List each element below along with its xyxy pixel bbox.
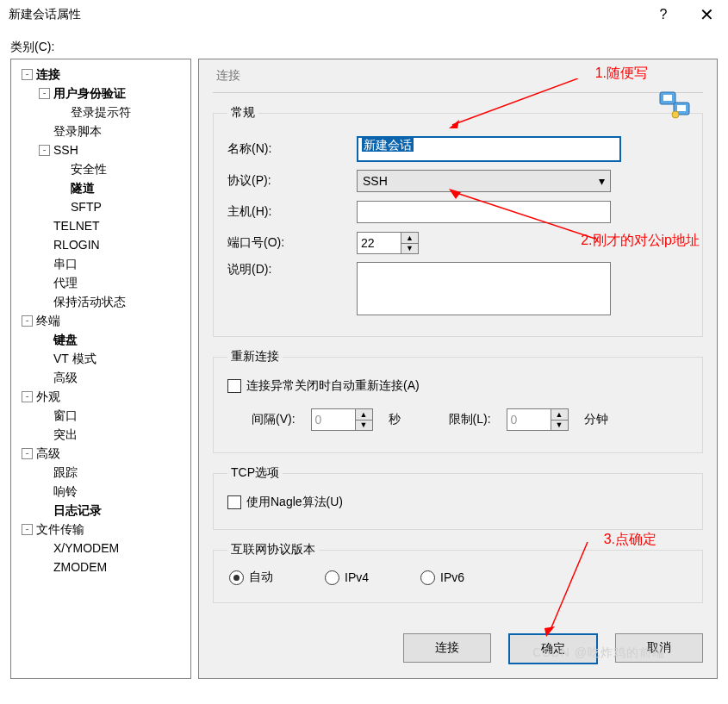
radio-auto[interactable]: 自动	[229, 570, 273, 585]
tree-item-label: 高级	[36, 444, 60, 463]
tcp-group: TCP选项 使用Nagle算法(U)	[213, 465, 703, 530]
tree-item[interactable]: ZMODEM	[15, 558, 187, 576]
category-label: 类别(C):	[0, 29, 728, 59]
tree-item-label: TELNET	[53, 216, 100, 235]
ipversion-legend: 互联网协议版本	[227, 542, 319, 558]
nagle-checkbox[interactable]	[227, 495, 241, 509]
tree-item-label: 突出	[53, 425, 78, 444]
tree-item-label: VT 模式	[53, 349, 96, 368]
radio-ipv6[interactable]: IPv6	[420, 570, 464, 585]
tree-item[interactable]: 登录脚本	[15, 121, 187, 140]
desc-label: 说明(D):	[227, 262, 357, 277]
tree-item[interactable]: 日志记录	[15, 501, 187, 520]
collapse-icon[interactable]: -	[22, 448, 33, 459]
tree-item[interactable]: -终端	[15, 311, 187, 330]
title-bar: 新建会话属性 ? ✕	[0, 0, 728, 29]
tree-item[interactable]: X/YMODEM	[15, 539, 187, 558]
help-button[interactable]: ?	[642, 0, 685, 29]
tree-item[interactable]: -文件传输	[15, 520, 187, 539]
tree-item[interactable]: -外观	[15, 387, 187, 406]
radio-ipv4[interactable]: IPv4	[325, 570, 369, 585]
host-label: 主机(H):	[227, 204, 357, 220]
tree-item[interactable]: -SSH	[15, 140, 187, 159]
tree-item-label: 连接	[36, 65, 60, 84]
tree-item-label: 键盘	[53, 330, 78, 349]
desc-textarea[interactable]	[357, 262, 611, 315]
tree-item-label: ZMODEM	[53, 558, 107, 576]
tree-item-label: 登录脚本	[53, 121, 102, 140]
limit-spinner: ▲▼	[507, 408, 569, 431]
interval-spinner: ▲▼	[311, 408, 373, 431]
seconds-label: 秒	[389, 412, 401, 427]
tree-item-label: RLOGIN	[53, 235, 100, 254]
tree-item[interactable]: 响铃	[15, 482, 187, 501]
svg-rect-3	[677, 105, 686, 111]
limit-label: 限制(L):	[449, 412, 491, 427]
svg-point-4	[672, 111, 679, 118]
general-legend: 常规	[227, 105, 258, 121]
collapse-icon[interactable]: -	[22, 524, 33, 535]
tree-item-label: X/YMODEM	[53, 539, 119, 558]
tree-item[interactable]: 串口	[15, 254, 187, 273]
general-group: 常规 名称(N): 新建会话 协议(P): SSH ▾ 主机(H): 端口号(O	[213, 105, 703, 337]
tree-item-label: 用户身份验证	[53, 84, 126, 103]
tree-item-label: 保持活动状态	[53, 292, 126, 311]
settings-pane: 连接 常规 名称(N): 新建会话 协议(P):	[198, 59, 718, 679]
tree-item[interactable]: RLOGIN	[15, 235, 187, 254]
tree-item[interactable]: -高级	[15, 444, 187, 463]
tree-item-label: SFTP	[71, 197, 102, 216]
tree-item[interactable]: 保持活动状态	[15, 292, 187, 311]
protocol-select[interactable]: SSH ▾	[357, 170, 611, 192]
collapse-icon[interactable]: -	[22, 391, 33, 402]
tree-item[interactable]: 登录提示符	[15, 103, 187, 121]
collapse-icon[interactable]: -	[22, 315, 33, 327]
tree-item[interactable]: -连接	[15, 65, 187, 84]
tree-item-label: 代理	[53, 273, 78, 292]
protocol-label: 协议(P):	[227, 173, 357, 189]
spin-down-icon[interactable]: ▼	[401, 244, 418, 254]
tree-item[interactable]: 突出	[15, 425, 187, 444]
reconnect-legend: 重新连接	[227, 349, 283, 364]
nagle-checkbox-label: 使用Nagle算法(U)	[246, 495, 343, 510]
connect-button[interactable]: 连接	[403, 633, 491, 663]
category-tree[interactable]: -连接-用户身份验证登录提示符登录脚本-SSH安全性隧道SFTPTELNETRL…	[10, 59, 191, 679]
tree-item[interactable]: TELNET	[15, 216, 187, 235]
tree-item[interactable]: 隧道	[15, 178, 187, 197]
collapse-icon[interactable]: -	[39, 145, 50, 156]
tree-item[interactable]: 窗口	[15, 406, 187, 425]
tree-item-label: 外观	[36, 387, 60, 406]
cancel-button[interactable]: 取消	[615, 633, 703, 663]
collapse-icon[interactable]: -	[39, 88, 50, 99]
tree-item[interactable]: SFTP	[15, 197, 187, 216]
svg-rect-1	[663, 95, 672, 101]
name-label: 名称(N):	[227, 141, 357, 157]
name-input[interactable]: 新建会话	[357, 136, 621, 162]
tree-item[interactable]: 代理	[15, 273, 187, 292]
tcp-legend: TCP选项	[227, 465, 283, 481]
tree-item[interactable]: -用户身份验证	[15, 84, 187, 103]
chevron-down-icon: ▾	[599, 174, 605, 188]
tree-item-label: 高级	[53, 368, 78, 387]
tree-item-label: SSH	[53, 140, 78, 159]
tree-item[interactable]: 安全性	[15, 159, 187, 178]
tree-item[interactable]: 键盘	[15, 330, 187, 349]
reconnect-group: 重新连接 连接异常关闭时自动重新连接(A) 间隔(V): ▲▼ 秒 限制(L):…	[213, 349, 703, 453]
tree-item[interactable]: VT 模式	[15, 349, 187, 368]
port-spinner[interactable]: ▲ ▼	[357, 232, 419, 254]
tree-item-label: 响铃	[53, 482, 78, 501]
page-heading: 连接	[213, 66, 703, 93]
port-label: 端口号(O):	[227, 235, 357, 251]
tree-item[interactable]: 高级	[15, 368, 187, 387]
close-button[interactable]: ✕	[685, 0, 728, 29]
tree-item-label: 跟踪	[53, 463, 78, 482]
ok-button[interactable]: 确定	[508, 633, 598, 664]
reconnect-checkbox-label: 连接异常关闭时自动重新连接(A)	[246, 378, 420, 394]
minutes-label: 分钟	[584, 412, 608, 427]
collapse-icon[interactable]: -	[22, 69, 33, 80]
reconnect-checkbox[interactable]	[227, 379, 241, 393]
tree-item[interactable]: 跟踪	[15, 463, 187, 482]
host-input[interactable]	[357, 201, 611, 223]
tree-item-label: 串口	[53, 254, 78, 273]
spin-up-icon[interactable]: ▲	[401, 233, 418, 244]
tree-item-label: 终端	[36, 311, 60, 330]
